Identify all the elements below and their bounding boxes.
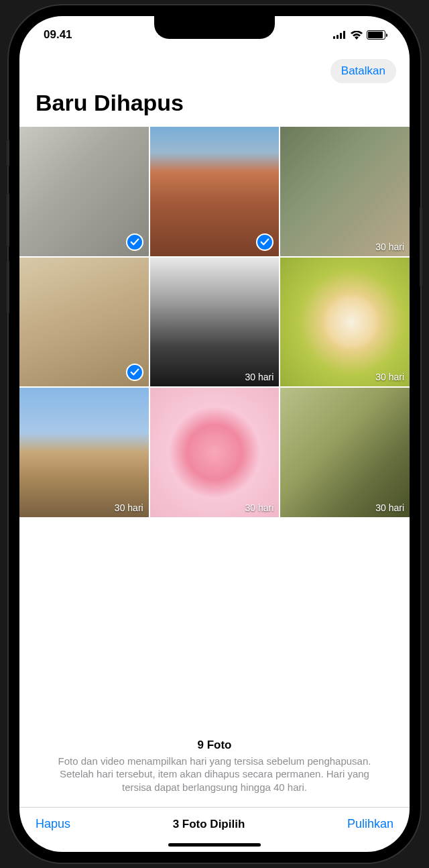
title-area: Baru Dihapus xyxy=(19,86,410,127)
days-remaining-label: 30 hari xyxy=(375,502,404,513)
status-time: 09.41 xyxy=(44,28,72,42)
selection-count-label: 3 Foto Dipilih xyxy=(173,818,245,831)
nav-bar: Batalkan xyxy=(19,54,410,86)
photo-count-label: 9 Foto xyxy=(46,739,383,752)
days-remaining-label: 30 hari xyxy=(245,372,274,382)
battery-icon xyxy=(367,30,385,40)
footer-description: Foto dan video menampilkan hari yang ter… xyxy=(46,755,383,794)
photo-item-4[interactable]: 30 hari xyxy=(150,258,280,387)
photo-grid: 30 hari 30 hari 30 hari 30 hari xyxy=(19,127,410,517)
wifi-icon xyxy=(351,31,363,40)
bottom-toolbar: Hapus 3 Foto Dipilih Pulihkan xyxy=(19,807,410,836)
checkmark-icon xyxy=(126,364,143,381)
recover-button[interactable]: Pulihkan xyxy=(347,817,393,831)
photo-item-8[interactable]: 30 hari xyxy=(280,388,410,517)
days-remaining-label: 30 hari xyxy=(115,502,143,513)
svg-rect-2 xyxy=(340,33,342,39)
photo-thumbnail xyxy=(150,388,280,517)
footer-info: 9 Foto Foto dan video menampilkan hari y… xyxy=(19,739,410,808)
photo-item-1[interactable] xyxy=(150,127,280,256)
phone-screen: 09.41 Batalkan Baru Dihapus xyxy=(19,16,410,852)
checkmark-icon xyxy=(126,233,143,251)
photo-item-0[interactable] xyxy=(19,127,149,256)
days-remaining-label: 30 hari xyxy=(375,241,404,252)
photo-thumbnail xyxy=(280,127,410,256)
photo-item-7[interactable]: 30 hari xyxy=(150,388,280,517)
days-remaining-label: 30 hari xyxy=(375,372,404,382)
svg-rect-1 xyxy=(336,35,339,39)
days-remaining-label: 30 hari xyxy=(245,502,274,513)
photo-item-5[interactable]: 30 hari xyxy=(280,258,410,387)
device-notch xyxy=(154,16,275,39)
page-title: Baru Dihapus xyxy=(36,90,393,116)
delete-button[interactable]: Hapus xyxy=(36,817,70,831)
photo-thumbnail xyxy=(150,258,280,387)
status-icons xyxy=(333,30,385,40)
photo-item-6[interactable]: 30 hari xyxy=(19,388,149,517)
photo-item-3[interactable] xyxy=(19,258,149,387)
photo-item-2[interactable]: 30 hari xyxy=(280,127,410,256)
home-indicator[interactable] xyxy=(168,843,261,847)
cancel-button[interactable]: Batalkan xyxy=(330,59,396,83)
svg-rect-0 xyxy=(333,36,335,39)
phone-frame: 09.41 Batalkan Baru Dihapus xyxy=(9,5,420,863)
photo-thumbnail xyxy=(280,258,410,387)
svg-rect-3 xyxy=(343,31,345,39)
checkmark-icon xyxy=(256,233,273,251)
cellular-icon xyxy=(333,31,347,39)
photo-thumbnail xyxy=(280,388,410,517)
photo-thumbnail xyxy=(19,388,149,517)
